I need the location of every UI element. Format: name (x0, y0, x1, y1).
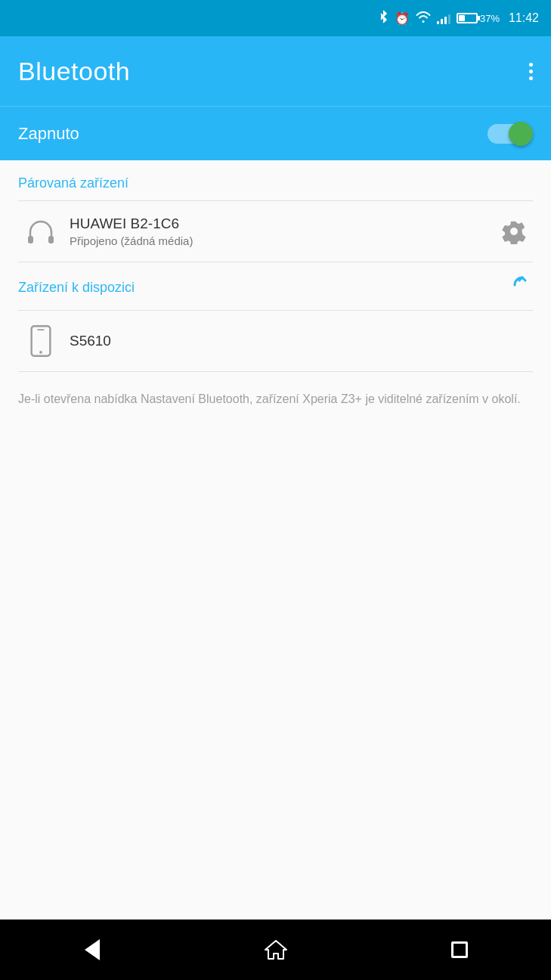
home-icon (264, 938, 288, 962)
battery-percent: 37% (480, 13, 500, 24)
available-device-info: S5610 (63, 333, 533, 349)
more-dot-2 (529, 70, 533, 73)
paired-device-info: HUAWEI B2-1C6 Připojeno (žádná média) (63, 216, 495, 247)
more-dot-1 (529, 63, 533, 67)
status-icons: ⏰ 37% 11:42 (378, 10, 539, 26)
paired-device-name: HUAWEI B2-1C6 (70, 216, 495, 232)
visibility-info-text: Je-li otevřena nabídka Nastavení Bluetoo… (0, 372, 551, 408)
app-bar: Bluetooth (0, 36, 551, 106)
signal-bars (437, 12, 450, 24)
alarm-status-icon: ⏰ (395, 11, 410, 26)
available-device-name: S5610 (70, 333, 533, 349)
recent-apps-button[interactable] (429, 920, 490, 980)
battery-box (457, 13, 478, 23)
refresh-icon (512, 274, 533, 296)
svg-rect-2 (28, 236, 33, 243)
toggle-thumb (509, 122, 533, 146)
paired-section-title: Párovaná zařízení (18, 175, 128, 191)
more-menu-button[interactable] (529, 63, 533, 80)
headphone-icon-wrap (18, 216, 63, 247)
more-dot-3 (529, 76, 533, 80)
battery-indicator: 37% (457, 13, 500, 24)
signal-bar-1 (437, 21, 439, 24)
back-icon (85, 939, 100, 960)
available-section-title: Zařízení k dispozici (18, 280, 135, 296)
battery-fill (459, 15, 465, 21)
back-button[interactable] (62, 920, 122, 980)
phone-icon-wrap (18, 325, 63, 357)
paired-device-status: Připojeno (žádná média) (70, 234, 495, 247)
recent-apps-icon (451, 941, 468, 958)
content-area: Párovaná zařízení HUAWEI B2-1C6 Připojen… (0, 160, 551, 920)
bluetooth-status-icon (378, 10, 388, 26)
paired-device-item[interactable]: HUAWEI B2-1C6 Připojeno (žádná média) (0, 201, 551, 262)
smartphone-icon (28, 325, 54, 357)
paired-device-settings-button[interactable] (495, 219, 533, 244)
refresh-button[interactable] (512, 274, 533, 301)
signal-bar-2 (441, 19, 443, 24)
svg-rect-3 (48, 236, 54, 243)
svg-point-6 (39, 351, 42, 354)
gear-icon (501, 219, 527, 244)
wifi-status-icon (416, 11, 431, 26)
time-display: 11:42 (509, 11, 539, 25)
nav-bar (0, 920, 551, 980)
headphone-icon (25, 216, 57, 247)
available-section-header: Zařízení k dispozici (0, 262, 551, 310)
paired-section-header: Párovaná zařízení (0, 160, 551, 200)
signal-bar-3 (444, 17, 447, 24)
bluetooth-toggle[interactable] (488, 122, 533, 146)
app-bar-title: Bluetooth (18, 57, 130, 86)
signal-bar-4 (448, 14, 450, 24)
bluetooth-toggle-row[interactable]: Zapnuto (0, 106, 551, 160)
home-button[interactable] (246, 920, 306, 980)
status-bar: ⏰ 37% 11:42 (0, 0, 551, 36)
toggle-label: Zapnuto (18, 124, 79, 144)
available-device-item[interactable]: S5610 (0, 311, 551, 371)
